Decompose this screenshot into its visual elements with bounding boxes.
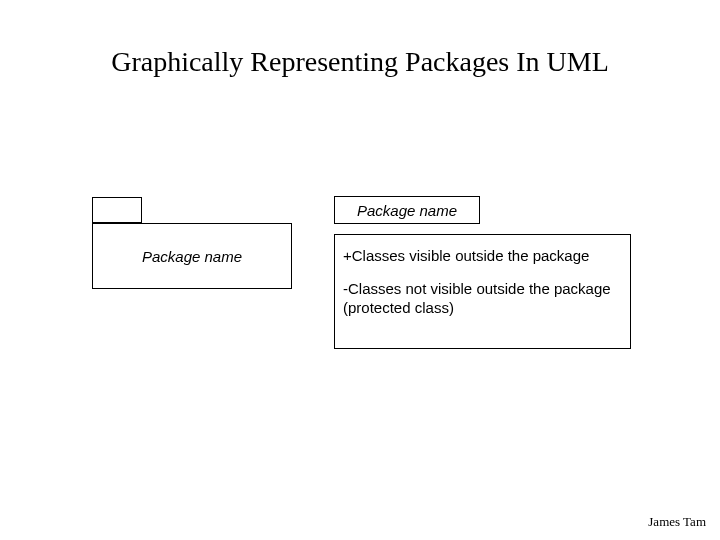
slide-title: Graphically Representing Packages In UML	[0, 46, 720, 78]
uml-package-left-tab	[92, 197, 142, 223]
uml-package-visible-classes: +Classes visible outside the package	[335, 235, 630, 270]
uml-package-right-body: +Classes visible outside the package -Cl…	[334, 234, 631, 349]
uml-package-hidden-classes: -Classes not visible outside the package…	[335, 270, 630, 322]
uml-package-right-tab-label: Package name	[357, 202, 457, 219]
uml-package-right-tab: Package name	[334, 196, 480, 224]
uml-package-hidden-line1: -Classes not visible outside the package	[343, 280, 622, 299]
uml-package-left-body: Package name	[92, 223, 292, 289]
author-footer: James Tam	[648, 514, 706, 530]
uml-package-hidden-line2: (protected class)	[343, 299, 622, 318]
uml-package-left-label: Package name	[142, 248, 242, 265]
